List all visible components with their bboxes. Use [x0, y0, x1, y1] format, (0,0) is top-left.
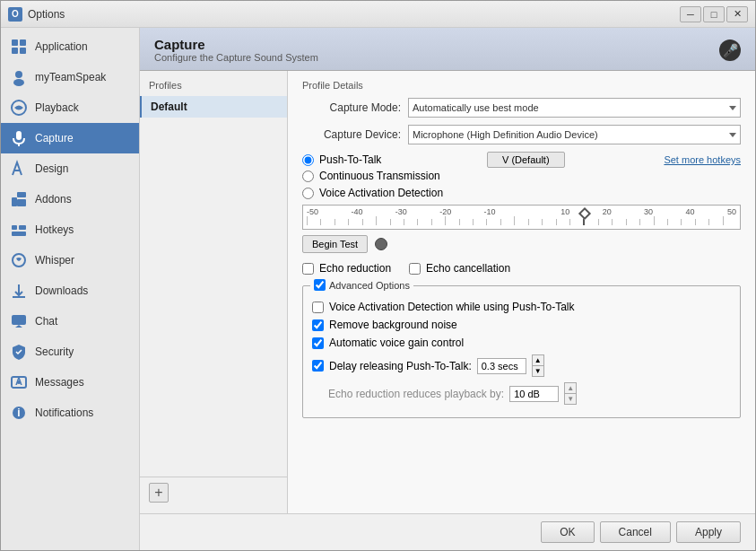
voice-activation-radio[interactable]	[302, 188, 314, 199]
begin-test-button[interactable]: Begin Test	[302, 235, 368, 253]
svg-rect-13	[19, 225, 26, 230]
sidebar-label-notifications: Notifications	[35, 407, 93, 419]
remove-bg-checkbox[interactable]	[312, 319, 324, 331]
push-to-talk-label: Push-To-Talk	[319, 153, 381, 166]
capture-device-row: Capture Device: Microphone (High Definit…	[302, 125, 741, 144]
test-indicator	[375, 238, 387, 250]
sidebar-label-capture: Capture	[35, 132, 74, 144]
mic-icon: 🎤	[719, 39, 741, 61]
profile-default[interactable]: Default	[140, 96, 287, 118]
profile-details-header: Profile Details	[302, 80, 741, 98]
settings-panel: Profile Details Capture Mode: Automatica…	[288, 71, 755, 513]
capture-device-label: Capture Device:	[302, 128, 401, 141]
sidebar-item-myteamspeak[interactable]: myTeamSpeak	[1, 62, 139, 92]
auto-gain-checkbox[interactable]	[312, 337, 324, 349]
playback-icon	[10, 99, 28, 117]
svg-text:A: A	[15, 376, 22, 387]
capture-device-select[interactable]: Microphone (High Definition Audio Device…	[408, 125, 741, 144]
echo-reduction-row: Echo reduction	[302, 262, 391, 275]
continuous-transmission-row: Continuous Transmission	[302, 170, 741, 182]
echo-reduction-checkbox[interactable]	[302, 263, 314, 275]
vu-ticks	[303, 213, 740, 225]
sidebar-item-application[interactable]: Application	[1, 31, 139, 62]
sidebar-label-whisper: Whisper	[35, 254, 74, 267]
addons-icon	[10, 190, 28, 208]
ok-button[interactable]: OK	[541, 521, 594, 543]
sidebar-item-addons[interactable]: Addons	[1, 184, 139, 214]
advanced-options-checkbox[interactable]	[314, 279, 326, 291]
advanced-options-group: Advanced Options Voice Activation Detect…	[302, 285, 741, 418]
sidebar-label-application: Application	[35, 40, 88, 53]
vad-push-label: Voice Activation Detection while using P…	[329, 301, 574, 313]
whisper-icon	[10, 251, 28, 269]
delay-releasing-checkbox[interactable]	[312, 360, 324, 372]
minimize-button[interactable]: ─	[680, 6, 701, 22]
sidebar-label-downloads: Downloads	[35, 284, 88, 297]
hotkey-button[interactable]: V (Default)	[487, 152, 565, 168]
add-profile-button[interactable]: +	[149, 483, 169, 503]
sidebar-item-chat[interactable]: Chat	[1, 306, 139, 337]
vad-push-checkbox[interactable]	[312, 302, 324, 313]
app-icon: O	[8, 7, 22, 22]
push-to-talk-row: Push-To-Talk V (Default) Set more hotkey…	[302, 152, 741, 168]
echo-row: Echo reduction Echo cancellation	[302, 262, 741, 280]
echo-playback-input[interactable]	[509, 386, 559, 402]
svg-rect-14	[12, 232, 26, 236]
voice-activation-label: Voice Activation Detection	[319, 187, 443, 199]
hotkeys-icon	[10, 221, 28, 239]
sidebar-item-downloads[interactable]: Downloads	[1, 276, 139, 306]
capture-mode-select[interactable]: Automatically use best mode	[408, 98, 741, 118]
sidebar-item-design[interactable]: Design	[1, 153, 139, 184]
svg-rect-2	[12, 48, 18, 54]
sidebar-label-chat: Chat	[35, 315, 57, 328]
sidebar-label-messages: Messages	[35, 376, 84, 389]
echo-cancellation-label: Echo cancellation	[426, 262, 510, 275]
sidebar-item-notifications[interactable]: i Notifications	[1, 398, 139, 428]
delay-releasing-row: Delay releasing Push-To-Talk: ▲ ▼	[312, 354, 731, 377]
cancel-button[interactable]: Cancel	[600, 521, 671, 543]
apply-button[interactable]: Apply	[676, 521, 741, 543]
svg-point-4	[15, 71, 22, 78]
header-subtitle: Configure the Capture Sound System	[154, 52, 318, 63]
person-icon	[10, 68, 28, 86]
close-button[interactable]: ✕	[726, 6, 748, 22]
sidebar-label-addons: Addons	[35, 193, 72, 206]
push-to-talk-radio[interactable]	[302, 154, 314, 166]
delay-spinner[interactable]: ▲ ▼	[532, 354, 544, 377]
svg-point-5	[13, 79, 24, 86]
echo-cancellation-row: Echo cancellation	[409, 262, 510, 275]
remove-bg-row: Remove background noise	[312, 319, 731, 331]
echo-playback-spinner[interactable]: ▲ ▼	[564, 382, 577, 405]
profiles-panel: Profiles Default +	[140, 71, 288, 513]
remove-bg-label: Remove background noise	[329, 319, 457, 331]
test-row: Begin Test	[302, 235, 741, 253]
sidebar-item-hotkeys[interactable]: Hotkeys	[1, 214, 139, 245]
content-header: Capture Configure the Capture Sound Syst…	[140, 28, 755, 71]
messages-icon: A	[10, 373, 28, 391]
delay-value-input[interactable]	[477, 358, 526, 374]
sidebar-item-playback[interactable]: Playback	[1, 92, 139, 123]
profiles-footer: +	[140, 477, 287, 508]
echo-playback-row: Echo reduction reduces playback by: ▲ ▼	[312, 382, 731, 405]
continuous-transmission-radio[interactable]	[302, 171, 314, 182]
sidebar-item-messages[interactable]: A Messages	[1, 367, 139, 398]
sidebar-item-whisper[interactable]: Whisper	[1, 245, 139, 276]
capture-mode-row: Capture Mode: Automatically use best mod…	[302, 98, 741, 118]
header-left: Capture Configure the Capture Sound Syst…	[154, 37, 318, 63]
continuous-transmission-label: Continuous Transmission	[319, 170, 440, 182]
svg-rect-3	[20, 48, 26, 54]
svg-rect-9	[12, 197, 17, 206]
sidebar-item-capture[interactable]: Capture	[1, 123, 139, 153]
auto-gain-row: Automatic voice gain control	[312, 337, 731, 349]
sidebar-item-security[interactable]: Security	[1, 337, 139, 367]
title-bar: O Options ─ □ ✕	[1, 1, 755, 28]
window-title: Options	[28, 8, 680, 21]
vad-push-row: Voice Activation Detection while using P…	[312, 301, 731, 313]
maximize-button[interactable]: □	[703, 6, 725, 22]
echo-cancellation-checkbox[interactable]	[409, 263, 421, 275]
voice-activation-row: Voice Activation Detection	[302, 187, 741, 199]
echo-reduction-label: Echo reduction	[319, 262, 391, 275]
chat-icon	[10, 312, 28, 330]
set-more-hotkeys-link[interactable]: Set more hotkeys	[664, 154, 741, 165]
design-icon	[10, 160, 28, 178]
